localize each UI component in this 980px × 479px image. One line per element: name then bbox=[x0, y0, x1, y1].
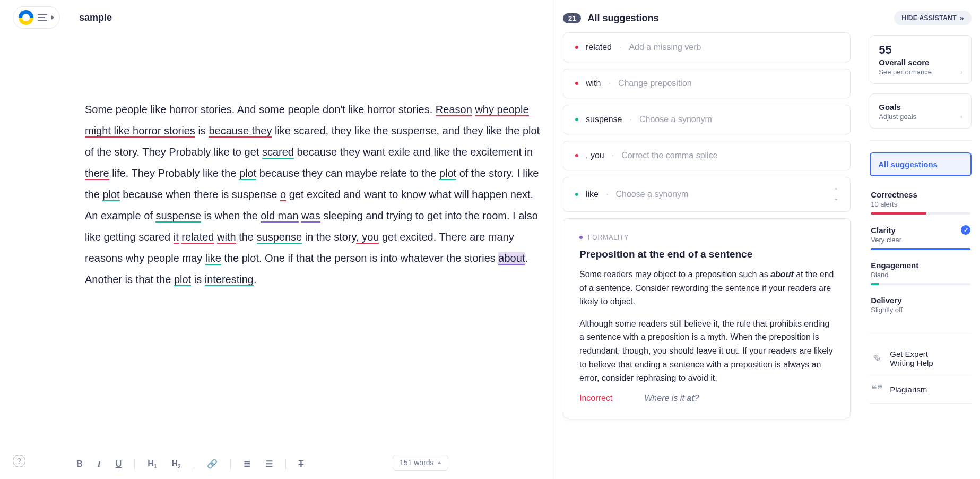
menu-icon[interactable] bbox=[38, 14, 47, 21]
suggestion-detail-card[interactable]: FORMALITY Preposition at the end of a se… bbox=[563, 218, 851, 418]
assistant-sidebar: HIDE ASSISTANT» 55 Overall score See per… bbox=[861, 0, 980, 479]
bold-button[interactable]: B bbox=[74, 457, 85, 471]
dot-icon bbox=[575, 118, 578, 121]
suggestions-heading: All suggestions bbox=[587, 13, 658, 24]
underline-button[interactable]: U bbox=[114, 457, 124, 471]
suggestion-hint: Choose a synonym bbox=[615, 190, 688, 199]
sidebar-link[interactable]: ✎Get ExpertWriting Help bbox=[870, 344, 972, 373]
suggestion-card[interactable]: suspense · Choose a synonym bbox=[563, 105, 851, 134]
document-editor[interactable]: Some people like horror stories. And som… bbox=[74, 35, 552, 479]
dot-icon bbox=[575, 193, 578, 196]
example-text: Where is it at? bbox=[644, 394, 699, 403]
dot-icon bbox=[575, 82, 578, 85]
suggestion-hint: Correct the comma splice bbox=[621, 151, 717, 160]
caret-right-icon bbox=[51, 15, 54, 20]
suggestion-hint: Choose a synonym bbox=[639, 115, 712, 124]
suggestion-word: suspense bbox=[586, 115, 622, 124]
h1-button[interactable]: H1 bbox=[145, 457, 159, 472]
logo-menu-pill[interactable] bbox=[13, 6, 60, 29]
suggestions-panel: 21 All suggestions related · Add a missi… bbox=[552, 0, 861, 479]
help-button[interactable]: ? bbox=[13, 455, 25, 467]
suggestion-word: with bbox=[586, 79, 601, 88]
format-toolbar: B I U H1 H2 🔗 ≣ ☰ T bbox=[74, 457, 306, 472]
italic-button[interactable]: I bbox=[96, 457, 103, 471]
suggestion-word: like bbox=[586, 190, 599, 199]
suggestion-hint: Add a missing verb bbox=[629, 42, 701, 52]
chevron-right-icon: » bbox=[960, 14, 964, 22]
dot-icon bbox=[575, 46, 578, 49]
suggestion-card[interactable]: related · Add a missing verb bbox=[563, 32, 851, 62]
goals-title: Goals bbox=[879, 102, 962, 112]
link-icon: ✎ bbox=[871, 352, 883, 365]
metric-engagement[interactable]: EngagementBland bbox=[870, 256, 972, 292]
ordered-list-button[interactable]: ≣ bbox=[241, 457, 253, 471]
dot-icon bbox=[579, 236, 583, 239]
suggestion-word: , you bbox=[586, 151, 604, 160]
suggestion-card[interactable]: like · Choose a synonym⌃⌄ bbox=[563, 177, 851, 212]
suggestion-count-badge: 21 bbox=[563, 13, 581, 23]
h2-button[interactable]: H2 bbox=[169, 457, 183, 472]
sidebar-link[interactable]: ❝❞Plagiarism bbox=[870, 378, 972, 401]
nav-arrows[interactable]: ⌃⌄ bbox=[834, 187, 838, 202]
suggestion-paragraph: Although some readers still believe it, … bbox=[579, 317, 834, 385]
link-icon: ❝❞ bbox=[871, 383, 883, 396]
overall-score-panel[interactable]: 55 Overall score See performance› bbox=[870, 35, 972, 84]
score-title: Overall score bbox=[879, 58, 962, 67]
link-button[interactable]: 🔗 bbox=[205, 457, 220, 471]
example-row: Incorrect Where is it at? bbox=[579, 394, 834, 403]
document-title[interactable]: sample bbox=[79, 12, 112, 23]
app-logo bbox=[19, 10, 33, 25]
hide-assistant-button[interactable]: HIDE ASSISTANT» bbox=[894, 11, 972, 25]
suggestion-card[interactable]: with · Change preposition bbox=[563, 69, 851, 98]
goals-sub: Adjust goals bbox=[879, 113, 916, 121]
chevron-right-icon: › bbox=[960, 68, 962, 76]
clear-format-button[interactable]: T bbox=[297, 457, 306, 471]
metric-clarity[interactable]: Clarity✓Very clear bbox=[870, 221, 972, 256]
check-icon: ✓ bbox=[961, 225, 970, 235]
score-sub: See performance bbox=[879, 68, 932, 76]
triangle-up-icon bbox=[437, 461, 441, 464]
metric-correctness[interactable]: Correctness10 alerts bbox=[870, 186, 972, 221]
chevron-right-icon: › bbox=[960, 113, 962, 121]
goals-panel[interactable]: Goals Adjust goals› bbox=[870, 93, 972, 129]
unordered-list-button[interactable]: ☰ bbox=[263, 457, 275, 471]
suggestion-card[interactable]: , you · Correct the comma splice bbox=[563, 141, 851, 170]
word-count-button[interactable]: 151 words bbox=[393, 455, 448, 471]
suggestion-hint: Change preposition bbox=[618, 79, 692, 88]
metric-delivery[interactable]: DeliverySlightly off bbox=[870, 292, 972, 320]
all-suggestions-tab[interactable]: All suggestions bbox=[870, 152, 972, 176]
example-label: Incorrect bbox=[579, 394, 612, 403]
suggestion-title: Preposition at the end of a sentence bbox=[579, 249, 834, 260]
suggestion-category: FORMALITY bbox=[588, 234, 629, 241]
suggestion-word: related bbox=[586, 42, 612, 52]
suggestion-paragraph: Some readers may object to a preposition… bbox=[579, 268, 834, 309]
dot-icon bbox=[575, 154, 578, 157]
score-value: 55 bbox=[879, 43, 962, 57]
